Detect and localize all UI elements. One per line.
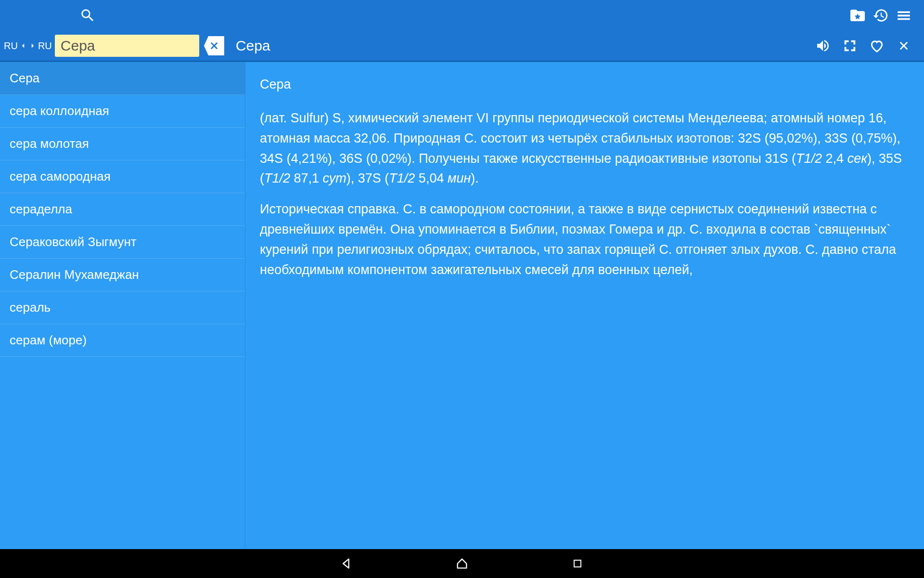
- chevron-left-icon: [19, 41, 27, 50]
- lang-to: RU: [38, 40, 52, 52]
- favorites-folder-icon[interactable]: [846, 4, 869, 27]
- nav-recent-icon[interactable]: [568, 554, 587, 573]
- fullscreen-icon[interactable]: [838, 34, 861, 57]
- nav-back-icon[interactable]: [337, 554, 356, 573]
- list-item-label: сераль: [10, 300, 51, 315]
- search-input[interactable]: [55, 35, 199, 57]
- article-title: Сера: [260, 75, 910, 95]
- list-item-label: сера коллоидная: [10, 104, 109, 118]
- main-split: Серасера коллоиднаясера молотаясера само…: [0, 62, 924, 549]
- list-item[interactable]: серам (море): [0, 324, 245, 357]
- list-item-label: сера самородная: [10, 169, 111, 184]
- list-item[interactable]: Сера: [0, 62, 245, 95]
- language-direction[interactable]: RU RU: [4, 40, 52, 52]
- list-item-label: Сераковский Зыгмунт: [10, 235, 137, 250]
- clear-search-button[interactable]: [204, 36, 224, 55]
- results-sidebar[interactable]: Серасера коллоиднаясера молотаясера само…: [0, 62, 245, 549]
- list-item[interactable]: сера коллоидная: [0, 95, 245, 128]
- headword-title: Сера: [224, 38, 811, 54]
- list-item-label: Сера: [10, 71, 39, 86]
- list-item[interactable]: сераделла: [0, 193, 245, 226]
- lang-from: RU: [4, 40, 18, 52]
- list-item-label: серам (море): [10, 333, 87, 348]
- list-item[interactable]: сераль: [0, 291, 245, 324]
- list-item-label: сера молотая: [10, 136, 89, 151]
- svg-rect-0: [574, 560, 581, 567]
- audio-icon[interactable]: [811, 34, 834, 57]
- nav-home-icon[interactable]: [452, 554, 472, 573]
- list-item[interactable]: сера молотая: [0, 128, 245, 160]
- list-item[interactable]: сера самородная: [0, 160, 245, 193]
- android-navbar: [0, 549, 924, 578]
- list-item[interactable]: Сераковский Зыгмунт: [0, 226, 245, 259]
- list-item-label: Сералин Мухамеджан: [10, 267, 139, 282]
- history-icon[interactable]: [869, 4, 892, 27]
- article-content[interactable]: Сера (лат. Sulfur) S, химический элемент…: [245, 62, 924, 549]
- menu-icon[interactable]: [892, 4, 915, 27]
- article-paragraph: Историческая справка. С. в самородном со…: [260, 199, 910, 280]
- list-item-label: сераделла: [10, 202, 72, 217]
- article-paragraph: (лат. Sulfur) S, химический элемент VI г…: [260, 108, 910, 189]
- app-toolbar: [0, 0, 924, 31]
- favorite-icon[interactable]: [865, 34, 888, 57]
- search-toolbar: RU RU Сера: [0, 31, 924, 62]
- chevron-right-icon: [28, 41, 37, 50]
- search-icon[interactable]: [76, 4, 99, 27]
- close-icon[interactable]: [892, 34, 915, 57]
- list-item[interactable]: Сералин Мухамеджан: [0, 259, 245, 291]
